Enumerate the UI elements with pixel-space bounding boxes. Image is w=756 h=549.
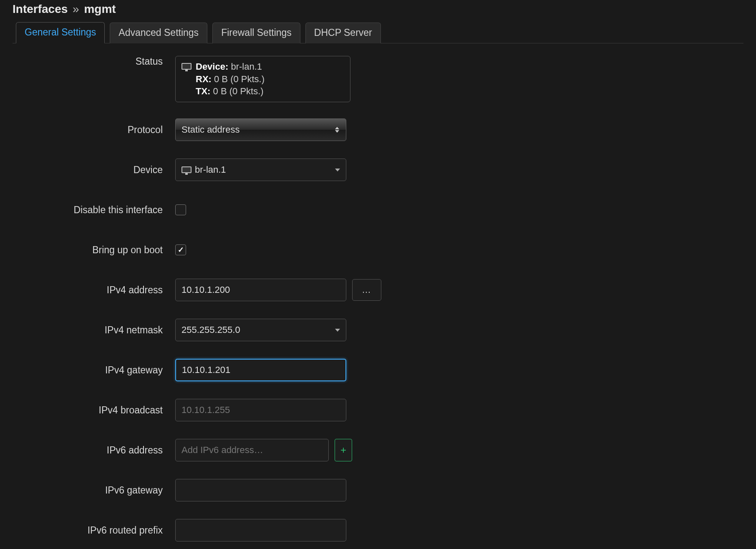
label-disable: Disable this interface [13,204,175,216]
label-device: Device [13,164,175,176]
label-ipv4-address: IPv4 address [13,285,175,296]
tab-general-settings[interactable]: General Settings [16,22,105,43]
device-icon [181,63,192,70]
tab-firewall-settings[interactable]: Firewall Settings [212,23,300,43]
label-ipv4-gateway: IPv4 gateway [13,365,175,376]
status-tx-value: 0 B (0 Pkts.) [213,86,264,96]
tab-advanced-settings[interactable]: Advanced Settings [110,23,207,43]
tab-bar: General Settings Advanced Settings Firew… [13,22,743,43]
label-ipv6-routed-prefix: IPv6 routed prefix [13,525,175,536]
status-device-label: Device: [196,61,228,72]
ipv4-gateway-input[interactable] [175,359,346,381]
updown-icon [334,127,340,133]
page-title: Interfaces » mgmt [13,0,743,22]
chevron-down-icon [335,169,340,171]
label-bringup: Bring up on boot [13,244,175,256]
breadcrumb-name: mgmt [84,3,116,15]
status-rx-label: RX: [196,74,212,84]
status-rx-value: 0 B (0 Pkts.) [214,74,265,84]
ipv6-routed-prefix-input[interactable] [175,519,346,541]
label-protocol: Protocol [13,124,175,136]
tab-dhcp-server[interactable]: DHCP Server [305,23,381,43]
bring-up-on-boot-checkbox[interactable] [175,244,186,255]
protocol-select-value: Static address [181,124,334,135]
label-ipv4-netmask: IPv4 netmask [13,325,175,336]
ipv4-address-input[interactable] [175,279,346,301]
chevron-down-icon [335,329,340,332]
disable-interface-checkbox[interactable] [175,204,186,215]
breadcrumb-separator: » [71,3,81,15]
label-ipv4-broadcast: IPv4 broadcast [13,405,175,416]
device-select[interactable]: br-lan.1 [175,159,346,181]
device-icon [181,166,192,173]
ipv6-address-input[interactable] [175,439,329,461]
breadcrumb-section: Interfaces [13,3,68,15]
ipv6-gateway-input[interactable] [175,479,346,501]
label-status: Status [13,56,175,67]
label-ipv6-gateway: IPv6 gateway [13,485,175,496]
ipv4-netmask-select[interactable]: 255.255.255.0 [175,319,346,341]
ipv6-address-add-button[interactable]: + [335,439,352,461]
status-device-value: br-lan.1 [231,61,262,72]
device-select-value: br-lan.1 [195,164,335,175]
label-ipv6-address: IPv6 address [13,445,175,456]
status-box: Device: br-lan.1 RX: 0 B (0 Pkts.) TX: 0… [175,56,350,102]
ipv4-broadcast-input[interactable] [175,399,346,421]
status-tx-label: TX: [196,86,210,96]
protocol-select[interactable]: Static address [175,118,346,141]
ipv4-address-more-button[interactable]: … [352,279,381,301]
ipv4-netmask-value: 255.255.255.0 [181,325,335,335]
